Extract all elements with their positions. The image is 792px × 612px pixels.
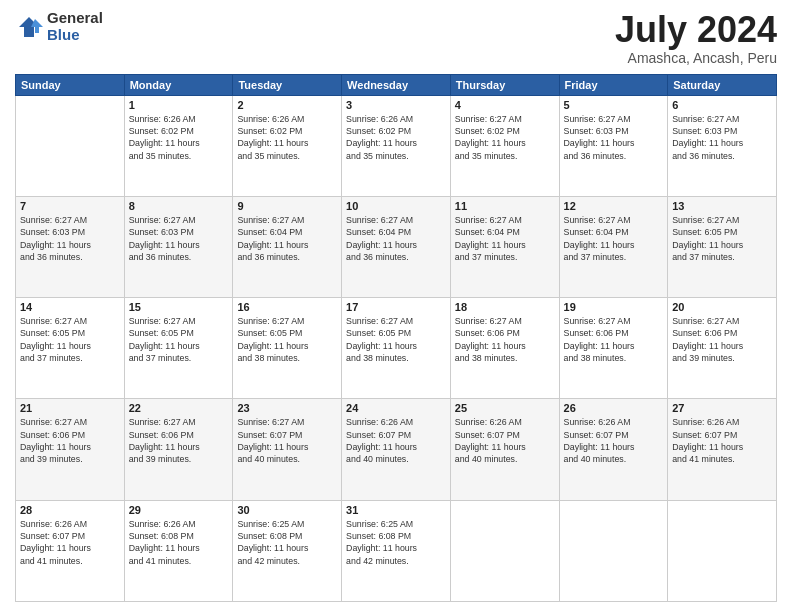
day-info: Sunrise: 6:27 AMSunset: 6:05 PMDaylight:… bbox=[672, 214, 772, 263]
day-info: Sunrise: 6:26 AMSunset: 6:02 PMDaylight:… bbox=[237, 113, 337, 162]
calendar-cell: 2Sunrise: 6:26 AMSunset: 6:02 PMDaylight… bbox=[233, 95, 342, 196]
calendar-cell: 13Sunrise: 6:27 AMSunset: 6:05 PMDayligh… bbox=[668, 196, 777, 297]
calendar-cell: 14Sunrise: 6:27 AMSunset: 6:05 PMDayligh… bbox=[16, 298, 125, 399]
calendar-cell: 23Sunrise: 6:27 AMSunset: 6:07 PMDayligh… bbox=[233, 399, 342, 500]
title-block: July 2024 Amashca, Ancash, Peru bbox=[615, 10, 777, 66]
weekday-header-friday: Friday bbox=[559, 74, 668, 95]
calendar-cell: 18Sunrise: 6:27 AMSunset: 6:06 PMDayligh… bbox=[450, 298, 559, 399]
day-number: 21 bbox=[20, 402, 120, 414]
month-title: July 2024 bbox=[615, 10, 777, 50]
day-number: 24 bbox=[346, 402, 446, 414]
calendar-cell: 26Sunrise: 6:26 AMSunset: 6:07 PMDayligh… bbox=[559, 399, 668, 500]
location-subtitle: Amashca, Ancash, Peru bbox=[615, 50, 777, 66]
day-info: Sunrise: 6:27 AMSunset: 6:07 PMDaylight:… bbox=[237, 416, 337, 465]
calendar-table: SundayMondayTuesdayWednesdayThursdayFrid… bbox=[15, 74, 777, 602]
calendar-cell: 31Sunrise: 6:25 AMSunset: 6:08 PMDayligh… bbox=[342, 500, 451, 601]
weekday-header-row: SundayMondayTuesdayWednesdayThursdayFrid… bbox=[16, 74, 777, 95]
day-number: 4 bbox=[455, 99, 555, 111]
calendar-cell: 20Sunrise: 6:27 AMSunset: 6:06 PMDayligh… bbox=[668, 298, 777, 399]
calendar-cell: 22Sunrise: 6:27 AMSunset: 6:06 PMDayligh… bbox=[124, 399, 233, 500]
day-number: 6 bbox=[672, 99, 772, 111]
calendar-cell: 27Sunrise: 6:26 AMSunset: 6:07 PMDayligh… bbox=[668, 399, 777, 500]
week-row-2: 7Sunrise: 6:27 AMSunset: 6:03 PMDaylight… bbox=[16, 196, 777, 297]
day-number: 11 bbox=[455, 200, 555, 212]
day-info: Sunrise: 6:27 AMSunset: 6:06 PMDaylight:… bbox=[129, 416, 229, 465]
calendar-cell: 16Sunrise: 6:27 AMSunset: 6:05 PMDayligh… bbox=[233, 298, 342, 399]
week-row-5: 28Sunrise: 6:26 AMSunset: 6:07 PMDayligh… bbox=[16, 500, 777, 601]
day-number: 23 bbox=[237, 402, 337, 414]
day-number: 31 bbox=[346, 504, 446, 516]
week-row-1: 1Sunrise: 6:26 AMSunset: 6:02 PMDaylight… bbox=[16, 95, 777, 196]
day-info: Sunrise: 6:26 AMSunset: 6:02 PMDaylight:… bbox=[129, 113, 229, 162]
calendar-cell bbox=[668, 500, 777, 601]
day-number: 15 bbox=[129, 301, 229, 313]
weekday-header-monday: Monday bbox=[124, 74, 233, 95]
day-number: 26 bbox=[564, 402, 664, 414]
calendar-cell: 17Sunrise: 6:27 AMSunset: 6:05 PMDayligh… bbox=[342, 298, 451, 399]
calendar-cell: 5Sunrise: 6:27 AMSunset: 6:03 PMDaylight… bbox=[559, 95, 668, 196]
day-info: Sunrise: 6:27 AMSunset: 6:05 PMDaylight:… bbox=[346, 315, 446, 364]
day-info: Sunrise: 6:27 AMSunset: 6:05 PMDaylight:… bbox=[20, 315, 120, 364]
calendar-cell: 8Sunrise: 6:27 AMSunset: 6:03 PMDaylight… bbox=[124, 196, 233, 297]
day-number: 3 bbox=[346, 99, 446, 111]
day-number: 8 bbox=[129, 200, 229, 212]
calendar-cell: 29Sunrise: 6:26 AMSunset: 6:08 PMDayligh… bbox=[124, 500, 233, 601]
calendar-cell: 6Sunrise: 6:27 AMSunset: 6:03 PMDaylight… bbox=[668, 95, 777, 196]
calendar-cell: 28Sunrise: 6:26 AMSunset: 6:07 PMDayligh… bbox=[16, 500, 125, 601]
day-info: Sunrise: 6:27 AMSunset: 6:06 PMDaylight:… bbox=[672, 315, 772, 364]
day-info: Sunrise: 6:27 AMSunset: 6:04 PMDaylight:… bbox=[564, 214, 664, 263]
day-number: 25 bbox=[455, 402, 555, 414]
calendar-page: General Blue July 2024 Amashca, Ancash, … bbox=[0, 0, 792, 612]
day-info: Sunrise: 6:27 AMSunset: 6:05 PMDaylight:… bbox=[237, 315, 337, 364]
calendar-cell: 12Sunrise: 6:27 AMSunset: 6:04 PMDayligh… bbox=[559, 196, 668, 297]
day-number: 19 bbox=[564, 301, 664, 313]
day-number: 30 bbox=[237, 504, 337, 516]
weekday-header-wednesday: Wednesday bbox=[342, 74, 451, 95]
logo-general: General bbox=[47, 10, 103, 27]
calendar-cell: 10Sunrise: 6:27 AMSunset: 6:04 PMDayligh… bbox=[342, 196, 451, 297]
day-info: Sunrise: 6:26 AMSunset: 6:08 PMDaylight:… bbox=[129, 518, 229, 567]
day-number: 16 bbox=[237, 301, 337, 313]
day-number: 10 bbox=[346, 200, 446, 212]
calendar-cell: 25Sunrise: 6:26 AMSunset: 6:07 PMDayligh… bbox=[450, 399, 559, 500]
day-info: Sunrise: 6:27 AMSunset: 6:03 PMDaylight:… bbox=[129, 214, 229, 263]
logo-icon bbox=[15, 13, 43, 41]
day-number: 2 bbox=[237, 99, 337, 111]
day-info: Sunrise: 6:27 AMSunset: 6:06 PMDaylight:… bbox=[20, 416, 120, 465]
day-info: Sunrise: 6:27 AMSunset: 6:04 PMDaylight:… bbox=[455, 214, 555, 263]
logo-text: General Blue bbox=[47, 10, 103, 43]
calendar-cell: 30Sunrise: 6:25 AMSunset: 6:08 PMDayligh… bbox=[233, 500, 342, 601]
day-number: 5 bbox=[564, 99, 664, 111]
day-number: 7 bbox=[20, 200, 120, 212]
week-row-4: 21Sunrise: 6:27 AMSunset: 6:06 PMDayligh… bbox=[16, 399, 777, 500]
day-info: Sunrise: 6:27 AMSunset: 6:04 PMDaylight:… bbox=[237, 214, 337, 263]
calendar-cell: 1Sunrise: 6:26 AMSunset: 6:02 PMDaylight… bbox=[124, 95, 233, 196]
day-number: 17 bbox=[346, 301, 446, 313]
weekday-header-thursday: Thursday bbox=[450, 74, 559, 95]
calendar-cell: 9Sunrise: 6:27 AMSunset: 6:04 PMDaylight… bbox=[233, 196, 342, 297]
calendar-cell: 24Sunrise: 6:26 AMSunset: 6:07 PMDayligh… bbox=[342, 399, 451, 500]
calendar-cell: 19Sunrise: 6:27 AMSunset: 6:06 PMDayligh… bbox=[559, 298, 668, 399]
calendar-cell: 3Sunrise: 6:26 AMSunset: 6:02 PMDaylight… bbox=[342, 95, 451, 196]
calendar-cell bbox=[559, 500, 668, 601]
day-number: 29 bbox=[129, 504, 229, 516]
day-info: Sunrise: 6:26 AMSunset: 6:07 PMDaylight:… bbox=[455, 416, 555, 465]
day-info: Sunrise: 6:26 AMSunset: 6:07 PMDaylight:… bbox=[346, 416, 446, 465]
calendar-cell bbox=[16, 95, 125, 196]
day-info: Sunrise: 6:27 AMSunset: 6:06 PMDaylight:… bbox=[564, 315, 664, 364]
logo: General Blue bbox=[15, 10, 103, 43]
calendar-cell: 7Sunrise: 6:27 AMSunset: 6:03 PMDaylight… bbox=[16, 196, 125, 297]
day-number: 18 bbox=[455, 301, 555, 313]
day-info: Sunrise: 6:27 AMSunset: 6:03 PMDaylight:… bbox=[20, 214, 120, 263]
day-info: Sunrise: 6:25 AMSunset: 6:08 PMDaylight:… bbox=[237, 518, 337, 567]
weekday-header-sunday: Sunday bbox=[16, 74, 125, 95]
day-info: Sunrise: 6:27 AMSunset: 6:04 PMDaylight:… bbox=[346, 214, 446, 263]
day-info: Sunrise: 6:27 AMSunset: 6:03 PMDaylight:… bbox=[672, 113, 772, 162]
day-info: Sunrise: 6:27 AMSunset: 6:03 PMDaylight:… bbox=[564, 113, 664, 162]
day-info: Sunrise: 6:25 AMSunset: 6:08 PMDaylight:… bbox=[346, 518, 446, 567]
day-info: Sunrise: 6:27 AMSunset: 6:02 PMDaylight:… bbox=[455, 113, 555, 162]
day-info: Sunrise: 6:26 AMSunset: 6:02 PMDaylight:… bbox=[346, 113, 446, 162]
header: General Blue July 2024 Amashca, Ancash, … bbox=[15, 10, 777, 66]
day-number: 27 bbox=[672, 402, 772, 414]
day-info: Sunrise: 6:26 AMSunset: 6:07 PMDaylight:… bbox=[564, 416, 664, 465]
